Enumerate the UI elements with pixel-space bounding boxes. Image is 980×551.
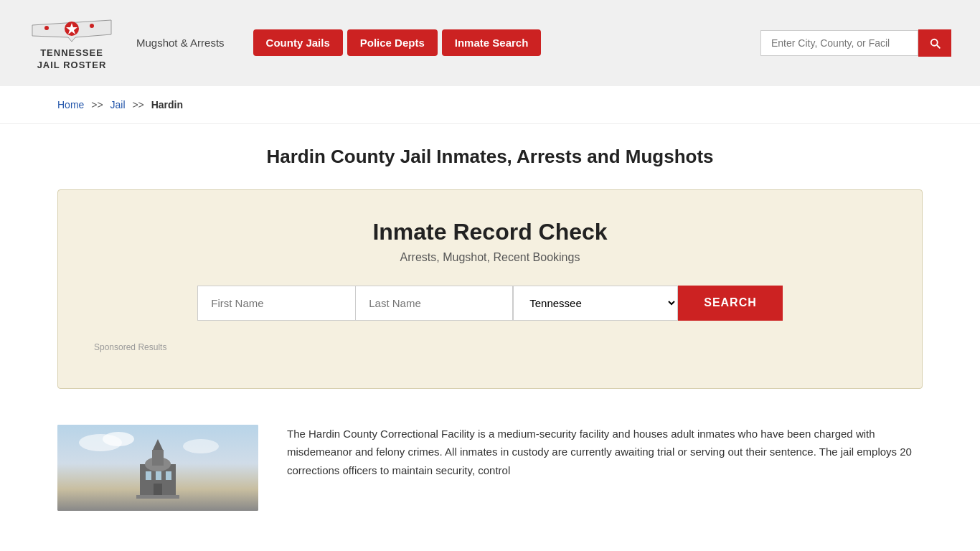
svg-rect-15 [156, 471, 161, 480]
breadcrumb-sep2: >> [132, 99, 143, 110]
svg-point-8 [103, 432, 134, 446]
record-search-form: AlabamaAlaskaArizonaArkansasCaliforniaCo… [94, 286, 886, 321]
site-header: TENNESSEE JAIL ROSTER Mugshot & Arrests … [0, 0, 980, 86]
svg-rect-12 [152, 450, 164, 466]
county-jails-button[interactable]: County Jails [253, 29, 343, 56]
logo-map-icon [29, 14, 115, 44]
svg-rect-18 [136, 495, 179, 499]
svg-rect-14 [146, 471, 151, 480]
mugshot-arrests-link[interactable]: Mugshot & Arrests [136, 37, 225, 49]
breadcrumb-bar: Home >> Jail >> Hardin [0, 86, 980, 124]
state-select[interactable]: AlabamaAlaskaArizonaArkansasCaliforniaCo… [513, 286, 678, 321]
header-search-area [760, 29, 951, 57]
record-check-box: Inmate Record Check Arrests, Mugshot, Re… [57, 189, 923, 389]
logo-area: TENNESSEE JAIL ROSTER [29, 14, 115, 72]
svg-point-3 [44, 26, 49, 30]
svg-point-4 [90, 24, 94, 28]
facility-image-svg [57, 425, 258, 511]
breadcrumb-jail-link[interactable]: Jail [110, 99, 126, 110]
facility-image [57, 425, 258, 511]
breadcrumb-current: Hardin [151, 99, 183, 110]
page-title-area: Hardin County Jail Inmates, Arrests and … [0, 124, 980, 182]
breadcrumb-home-link[interactable]: Home [57, 99, 84, 110]
search-icon [928, 37, 941, 50]
record-check-title: Inmate Record Check [94, 219, 886, 245]
page-title: Hardin County Jail Inmates, Arrests and … [29, 146, 951, 168]
sponsored-label: Sponsored Results [94, 342, 886, 352]
header-search-input[interactable] [760, 30, 918, 56]
nav-buttons: County Jails Police Depts Inmate Search [253, 29, 542, 56]
breadcrumb-sep1: >> [91, 99, 103, 110]
first-name-input[interactable] [197, 286, 355, 321]
inmate-search-button[interactable]: Inmate Search [442, 29, 542, 56]
breadcrumb: Home >> Jail >> Hardin [57, 99, 923, 110]
record-check-subtitle: Arrests, Mugshot, Recent Bookings [94, 251, 886, 264]
police-depts-button[interactable]: Police Depts [347, 29, 438, 56]
header-search-button[interactable] [918, 29, 951, 57]
content-section: The Hardin County Correctional Facility … [0, 410, 980, 525]
logo-text: TENNESSEE JAIL ROSTER [37, 47, 107, 72]
svg-rect-16 [166, 471, 171, 480]
svg-rect-17 [154, 484, 162, 496]
last-name-input[interactable] [355, 286, 513, 321]
svg-point-9 [183, 439, 219, 453]
record-search-button[interactable]: SEARCH [678, 286, 783, 321]
facility-description: The Hardin County Correctional Facility … [287, 425, 923, 480]
